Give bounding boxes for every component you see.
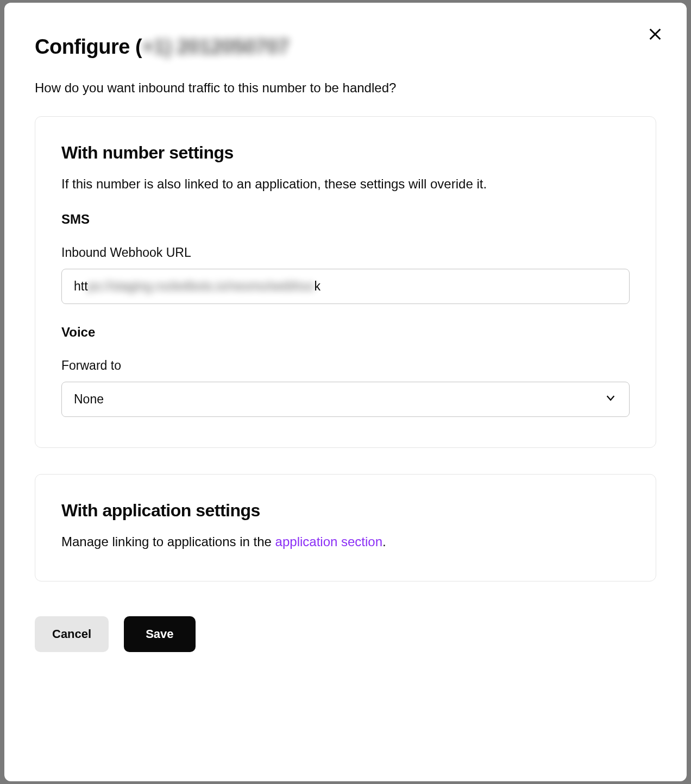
save-button[interactable]: Save (124, 616, 195, 652)
forward-to-label: Forward to (61, 358, 630, 373)
title-prefix: Configure ( (35, 35, 142, 58)
webhook-value-suffix: k (314, 279, 321, 294)
cancel-button[interactable]: Cancel (35, 616, 109, 652)
application-settings-desc: Manage linking to applications in the ap… (61, 533, 630, 551)
title-redacted-number: +1) 2012050707 (142, 35, 289, 59)
close-icon (648, 27, 663, 42)
footer-actions: Cancel Save (35, 616, 656, 652)
modal-title: Configure (+1) 2012050707 (35, 35, 656, 59)
close-button[interactable] (644, 23, 666, 45)
configure-number-modal: Configure (+1) 2012050707 How do you wan… (4, 3, 687, 781)
application-section-link[interactable]: application section (275, 534, 382, 549)
app-desc-suffix: . (382, 534, 386, 549)
webhook-value-prefix: htt (74, 279, 88, 294)
forward-to-value: None (74, 392, 104, 406)
sms-section-label: SMS (61, 212, 630, 227)
application-settings-card: With application settings Manage linking… (35, 474, 656, 582)
forward-to-select-wrap: None (61, 382, 630, 417)
voice-section-label: Voice (61, 325, 630, 340)
number-settings-card: With number settings If this number is a… (35, 116, 656, 448)
forward-to-select[interactable]: None (61, 382, 630, 417)
application-settings-title: With application settings (61, 501, 630, 521)
number-settings-desc: If this number is also linked to an appl… (61, 175, 630, 193)
inbound-webhook-input[interactable]: https://staging.rocketbots.io/nexmo/webh… (61, 269, 630, 304)
app-desc-prefix: Manage linking to applications in the (61, 534, 275, 549)
webhook-value-redacted: ps://staging.rocketbots.io/nexmo/webhoo (88, 279, 315, 294)
number-settings-title: With number settings (61, 143, 630, 163)
inbound-webhook-label: Inbound Webhook URL (61, 245, 630, 260)
modal-subtitle: How do you want inbound traffic to this … (35, 80, 656, 96)
